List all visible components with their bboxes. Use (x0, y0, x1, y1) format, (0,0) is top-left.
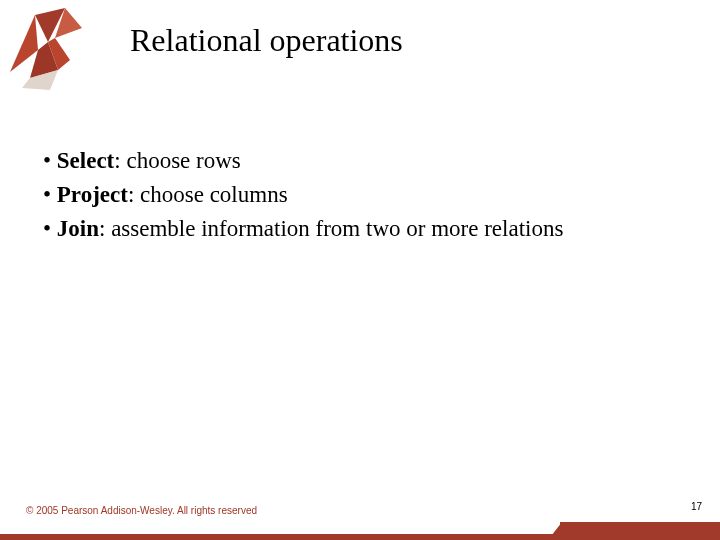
bullet-rest: : assemble information from two or more … (99, 216, 563, 241)
bullet-rest: : choose rows (114, 148, 240, 173)
bullet-term: Join (57, 216, 99, 241)
slide-title: Relational operations (130, 22, 403, 59)
copyright-text: © 2005 Pearson Addison-Wesley. All right… (26, 505, 257, 516)
page-number: 17 (691, 501, 702, 512)
origami-logo (0, 0, 90, 95)
bullet-term: Select (57, 148, 114, 173)
list-item: Join: assemble information from two or m… (35, 213, 690, 245)
bullet-term: Project (57, 182, 128, 207)
list-item: Project: choose columns (35, 179, 690, 211)
bullet-rest: : choose columns (128, 182, 288, 207)
list-item: Select: choose rows (35, 145, 690, 177)
footer-decoration (0, 522, 720, 540)
bullet-list: Select: choose rows Project: choose colu… (35, 145, 690, 248)
